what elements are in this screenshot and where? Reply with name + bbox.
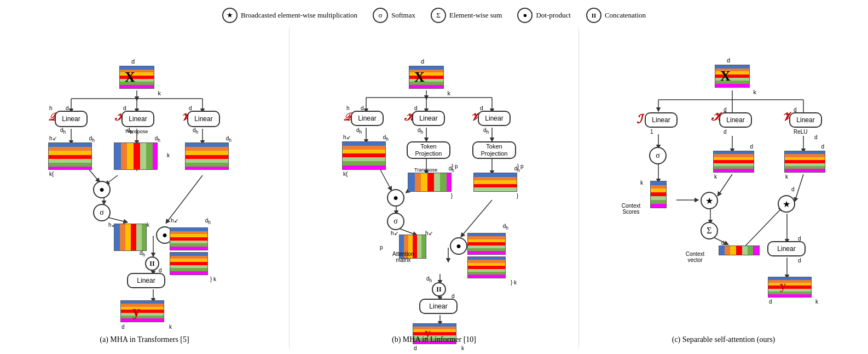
i-1-label-c: 1 (650, 129, 653, 135)
panel-a-inner: d k X 𝒬 Linear h d dh 𝒦 Linear d dh 𝒱 Li… (0, 27, 289, 349)
sum-label: Element-wise sum (449, 11, 502, 20)
v-relu-c: ReLU (794, 129, 808, 135)
output-linear-c: Linear (767, 241, 806, 256)
output-linear-b: Linear (419, 299, 458, 314)
v-tensor-c: k d (784, 151, 825, 173)
diagrams-container: d k X 𝒬 Linear h d dh 𝒦 Linear d dh 𝒱 Li… (0, 27, 868, 349)
v-linear-c: Linear (789, 112, 822, 128)
v-d-out-c: d (814, 134, 818, 140)
v-d-label: d (189, 105, 192, 111)
context-vector-c (719, 245, 760, 255)
v-dh-label-b: dh (483, 127, 489, 135)
q-tensor-b: h↙ dh k{ (342, 141, 386, 170)
output-stack-a: h↙ dh } k (170, 225, 208, 275)
panel-c-inner: d k X ℐ Linear 1 𝒦 Linear d d 𝒱 Linear d… (579, 27, 868, 349)
p-label-attn-b: p (380, 244, 383, 250)
panel-b: d k X 𝒬 Linear h d dh 𝒦 Linear d dh 𝒱 Li… (290, 27, 579, 349)
concat-icon: II (586, 8, 601, 23)
v-linear-b: Linear (478, 111, 511, 126)
concat-a: II (145, 256, 159, 271)
v-label-b: 𝒱 (470, 111, 477, 123)
tensor-x-c: d k X (715, 65, 750, 88)
hk-label-b: h↙ (425, 230, 433, 236)
dot-product-b: ● (387, 189, 404, 207)
sum-c: Σ (701, 222, 718, 239)
k-tensor-c: k d (713, 151, 754, 173)
context-scores-c (650, 181, 667, 208)
v-tensor-a: dh (185, 142, 229, 170)
q-dh-label-b: dh (356, 127, 362, 135)
softmax-icon: σ (373, 8, 388, 23)
caption-a: (a) MHA in Transformers [5] (100, 335, 189, 344)
context-vector-label-c: Contextvector (673, 251, 717, 263)
v-label-c: 𝒱 (782, 110, 790, 124)
legend: ★ Broadcasted element-wise multiplicatio… (0, 0, 868, 27)
v-proj-tensor-b: dh } (473, 173, 517, 192)
svg-line-52 (719, 174, 732, 195)
q-label-b: 𝒬 (343, 111, 351, 123)
q-h-label: h (49, 105, 53, 111)
q-d-label-b: d (361, 105, 364, 111)
q-h-label-b: h (346, 105, 350, 111)
k-d-label: d (123, 105, 126, 111)
dot-icon: ● (517, 8, 533, 23)
sigma-c: σ (649, 147, 667, 164)
panel-a: d k X 𝒬 Linear h d dh 𝒦 Linear d dh 𝒱 Li… (0, 27, 290, 349)
q-dh-label: dh (60, 127, 66, 135)
sum-icon: Σ (431, 8, 446, 23)
k-cs-label-c: k (640, 180, 643, 186)
v-d-label-c: d (794, 107, 797, 113)
k-d-out-c: d (724, 129, 727, 135)
k-token-proj-b: TokenProjection (407, 141, 450, 159)
i-linear-c: Linear (645, 112, 678, 128)
sigma-a: σ (93, 204, 111, 221)
tensor-x-a: d k X (119, 66, 154, 89)
d-linear-c2: d (798, 258, 801, 264)
softmax-label: Softmax (391, 11, 415, 20)
k-linear-c: Linear (719, 112, 752, 128)
star-broadcast-c: ★ (701, 192, 718, 209)
q-linear-b: Linear (351, 111, 384, 126)
d-linear-c1: d (798, 236, 801, 242)
q-linear-a: Linear (55, 111, 88, 127)
attn-matrix-a (114, 224, 147, 251)
legend-item-sum: Σ Element-wise sum (431, 8, 502, 23)
i-label-c: ℐ (636, 112, 642, 127)
dh-concat-b: dh (426, 276, 432, 283)
k-tensor-a: Transpose dh k (114, 142, 158, 170)
svg-line-12 (107, 175, 118, 184)
k-linear-b: Linear (412, 111, 445, 126)
k-dh-label-b: dh (418, 127, 423, 135)
dot-product2-b: ● (450, 237, 467, 255)
output-linear-a: Linear (127, 273, 165, 288)
y-tensor-a: y k d (120, 300, 164, 322)
d-star2-c: d (791, 186, 795, 192)
legend-item-dot: ● Dot-product (517, 8, 571, 23)
star-broadcast2-c: ★ (778, 195, 795, 213)
v-d-label-b: d (480, 105, 483, 111)
dot-product-a: ● (93, 181, 111, 198)
transpose-b: Transpose (414, 167, 437, 173)
legend-item-broadcast: ★ Broadcasted element-wise multiplicatio… (222, 8, 357, 23)
svg-line-31 (380, 169, 391, 189)
sigma-b: σ (387, 213, 404, 230)
k-d-label-c: d (724, 107, 727, 113)
q-d-label: d (66, 105, 69, 111)
q-tensor-a: h↙ dh k{ (48, 142, 92, 170)
v-dh-label: dh (193, 127, 198, 135)
d-label-linear-a: d (159, 267, 162, 273)
k-label-attn: k (147, 222, 149, 228)
h-label-attn-b: h↙ (391, 230, 398, 236)
svg-line-15 (167, 175, 202, 222)
dh-label-concat-a: dh (140, 250, 145, 258)
k-d-label-b: d (414, 105, 418, 111)
dot-label: Dot-product (536, 11, 571, 20)
panel-c: d k X ℐ Linear 1 𝒦 Linear d d 𝒱 Linear d… (579, 27, 868, 349)
tensor-x-b: d k X (409, 66, 444, 89)
output-stack-b: dh } k (467, 230, 506, 278)
concat-label: Concatenation (605, 11, 646, 20)
svg-line-55 (795, 174, 803, 200)
d-cv-label-c: d (721, 240, 725, 246)
k-linear-a: Linear (121, 111, 154, 127)
concat-b: II (432, 282, 446, 296)
